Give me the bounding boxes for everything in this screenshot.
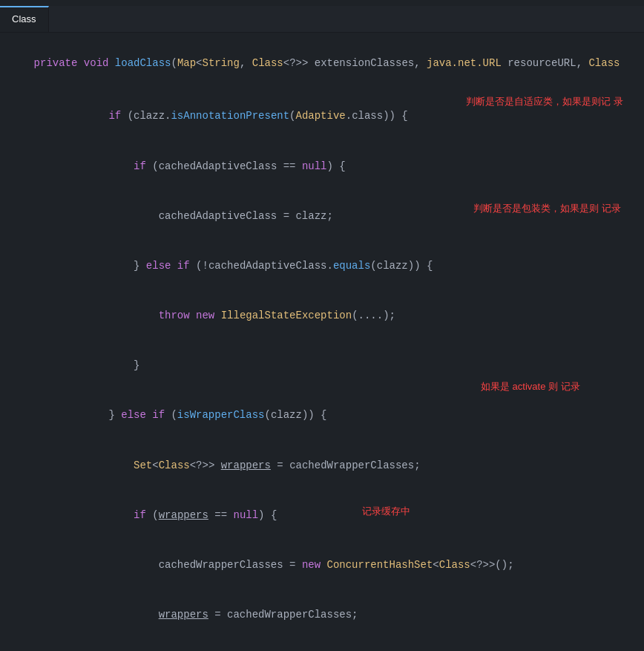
code-line: cachedAdaptiveClass = clazz; bbox=[0, 191, 644, 241]
tab-class[interactable]: Class bbox=[0, 6, 49, 32]
code-editor: Class private void loadClass(Map<String,… bbox=[0, 0, 644, 651]
code-line: throw new IllegalStateException(....); bbox=[0, 291, 644, 341]
code-line: } else if (isWrapperClass(clazz)) { bbox=[0, 390, 644, 440]
code-line: Set<Class<?>> wrappers = cachedWrapperCl… bbox=[0, 440, 644, 490]
method-signature: private void loadClass(Map<String, Class… bbox=[0, 33, 644, 91]
code-line: if (wrappers == null) { bbox=[0, 490, 644, 540]
code-line: if (cachedAdaptiveClass == null) { bbox=[0, 141, 644, 191]
code-line: wrappers = cachedWrapperClasses; bbox=[0, 590, 644, 640]
code-line: if (clazz.isAnnotationPresent(Adaptive.c… bbox=[0, 91, 644, 141]
code-line: cachedWrapperClasses = new ConcurrentHas… bbox=[0, 540, 644, 590]
code-line: } bbox=[0, 640, 644, 651]
tab-bar[interactable]: Class bbox=[0, 6, 644, 33]
code-line: } bbox=[0, 341, 644, 390]
code-line: } else if (!cachedAdaptiveClass.equals(c… bbox=[0, 241, 644, 290]
